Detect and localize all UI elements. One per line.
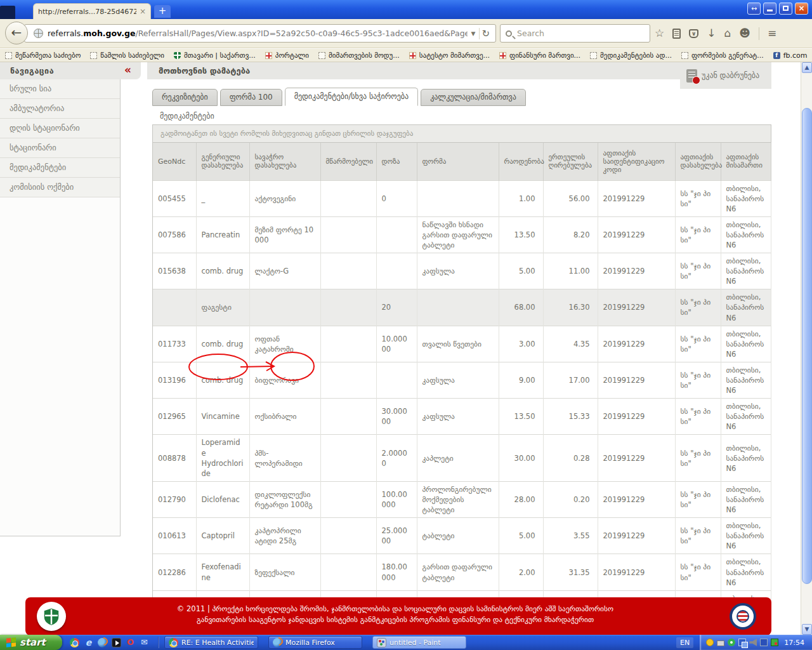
content-tab[interactable]: რეკვიზიტები [152,89,218,106]
tab-close-icon[interactable]: × [140,7,146,16]
printer-icon[interactable] [717,640,724,646]
table-row[interactable]: 007586 Pancreatin მეზიმ ფორტე 10 000 ნაწ… [153,216,771,253]
content-tab[interactable]: მედიკამენტები/სხვა საჭიროება [285,88,418,106]
firefox-icon[interactable] [98,638,107,647]
column-header[interactable]: დოზა [376,143,417,180]
content-tab[interactable]: კალკულაცია/მიმართვა [421,89,526,106]
table-row[interactable]: 005455 _ აქტოვეგინი 0 1.00 56.00 2019912… [153,180,771,216]
restore-button[interactable] [779,3,792,15]
column-header[interactable]: მწარმოებელი [320,143,376,180]
scrollbar-thumb[interactable] [802,108,812,584]
resize-button[interactable]: ↔ [747,3,761,15]
bookmark-item[interactable]: მიმართვების მოდუ... [318,51,400,60]
hello-smiley-icon[interactable]: ☻ [739,28,750,39]
pocket-icon[interactable]: ∨ [689,29,698,38]
bookmark-item[interactable]: სატესტო მიმართვე... [409,51,490,60]
url-dropdown-icon[interactable]: ▼ [468,30,480,37]
bookmark-item[interactable]: ფინანსური მართვი... [499,51,580,60]
scroll-up-icon[interactable]: ▲ [802,62,812,73]
vertical-scrollbar[interactable]: ▲ ▼ [801,62,812,635]
group-drop-zone[interactable]: გადმოიტანეთ ის სვეტი რომლის მიხედვითაც გ… [153,125,771,143]
bookmark-item[interactable]: მეწარმეთა საძიებო [5,51,81,60]
window-titlebar: http://referrals...78-25d467232229 × + ↔… [0,0,812,19]
reload-icon[interactable]: ↻ [479,28,492,39]
cell-generic-name: comb. drug [196,362,249,398]
go-back-link[interactable]: უკან დაბრუნება [680,62,771,89]
cell-form: კაფსულა [417,253,499,289]
reading-list-icon[interactable] [672,29,681,39]
content-tab[interactable]: ფორმა 100 [220,89,282,106]
ie-icon[interactable] [84,638,93,647]
table-row[interactable]: 011733 comb. drug ოფთან კატახრომი 10.000… [153,326,771,362]
column-header[interactable]: აფთიაქის საიდენტიფიკაციო კოდი [598,143,675,180]
back-button[interactable]: ← [5,22,28,44]
im-icon[interactable] [706,639,714,646]
home-icon[interactable]: ⌂ [724,28,731,39]
table-row[interactable]: 012286 Fexofenadine ზეფექსალი 180.00000 … [153,554,771,590]
dashed-icon [590,52,597,59]
dashed-icon [90,52,97,59]
column-header[interactable]: გენერიული დასახელება [196,143,249,180]
cell-geondc: 012286 [153,554,196,590]
language-indicator[interactable]: EN [676,637,693,648]
start-button[interactable]: start [0,635,62,650]
sidebar-item[interactable]: დღის სტაციონარი [0,119,120,138]
bookmark-item[interactable]: პორტალი [265,51,309,60]
table-row[interactable]: 013196 comb. drug ბიფლორავი კაფსულა 9.00… [153,362,771,398]
column-header[interactable]: აფთიაქის მისამართი [721,143,771,180]
cell-pharmacy-address: თბილისი, სანაპიროს N6 [721,399,771,435]
net-icon[interactable] [738,639,746,646]
cell-trade-name: ოფთან კატახრომი [249,326,320,362]
task-button[interactable]: Mozilla Firefox [268,636,362,649]
table-row[interactable]: 012965 Vincamine ოქსიბრალი 30.00000 კაფს… [153,399,771,435]
media-icon[interactable] [112,638,121,647]
task-button[interactable]: RE: E Health Activitie... [164,636,258,649]
msg-icon[interactable] [728,639,735,646]
bookmark-item[interactable]: მედიკამენტების ად... [590,51,672,60]
column-header[interactable]: ფორმა [417,143,499,180]
table-row[interactable]: 010613 Captopril კაპტოპრილი ატიდი 25მგ 2… [153,518,771,554]
column-header[interactable]: ერთეულის ღირებულება [543,143,598,180]
close-button[interactable]: × [795,3,808,15]
cell-pharmacy-code: 201991229 [598,326,675,362]
display-icon[interactable] [771,639,778,646]
sidebar-item[interactable]: კომისიის ოქმები [0,178,120,197]
new-tab-button[interactable]: + [154,5,171,18]
sidebar-item[interactable]: მედიკამენტები [0,158,120,178]
table-row[interactable]: ფაგესტი 20 68.00 16.30 201991229 სს "ჯი … [153,289,771,326]
scroll-down-icon[interactable]: ▼ [802,624,812,635]
table-row[interactable]: 008878 Loperamide Hydrochloride პმს-ლოპე… [153,435,771,481]
bookmark-item[interactable]: წამლის საძიებელი [90,51,164,60]
table-row[interactable]: 012790 Diclofenac დიკლოფლექსი რეტარდი 10… [153,481,771,517]
url-bar[interactable]: referrals.moh.gov.ge/ReferralsHall/Pages… [24,24,496,43]
column-header[interactable]: GeoNdc [153,143,196,180]
vol-icon[interactable] [749,639,757,646]
cell-trade-name: ბიფლორავი [249,362,320,398]
table-row[interactable]: 015638 comb. drug ლაქტო-G კაფსულა 5.00 1… [153,253,771,289]
cell-dose: 30.00000 [376,399,417,435]
column-header[interactable]: რაოდენობა [499,143,543,180]
dashed-icon [5,52,12,59]
cell-pharmacy-name: სს "ჯი პი სი" [675,399,721,435]
sidebar-item[interactable]: ამბულატორია [0,99,120,119]
column-header[interactable]: აფთიაქის დასახელება [675,143,721,180]
remote-icon[interactable] [760,639,768,646]
mail-icon[interactable] [140,638,149,647]
menu-hamburger-icon[interactable]: ≡ [768,28,776,39]
opera-icon[interactable] [126,638,135,647]
minimize-button[interactable] [763,3,776,15]
chrome-icon[interactable] [70,638,79,647]
bookmark-star-icon[interactable]: ☆ [655,28,664,39]
column-header[interactable]: სავაჭრო დასახელება [249,143,320,180]
bookmark-item[interactable]: ფორმების გენერატ... [681,51,764,60]
sidebar-collapse-icon[interactable]: « [124,63,131,76]
browser-tab[interactable]: http://referrals...78-25d467232229 × [33,3,151,19]
sidebar-item[interactable]: სრული სია [0,79,120,99]
search-input[interactable]: Search [500,24,650,43]
cell-manufacturer [320,554,376,590]
downloads-icon[interactable]: ↓ [707,28,716,39]
bookmark-item[interactable]: fb.com [773,51,808,60]
sidebar-item[interactable]: სტაციონარი [0,138,120,158]
bookmark-item[interactable]: მთავარი | საქართვ... [174,51,256,60]
task-button[interactable]: untitled - Paint [372,636,466,649]
